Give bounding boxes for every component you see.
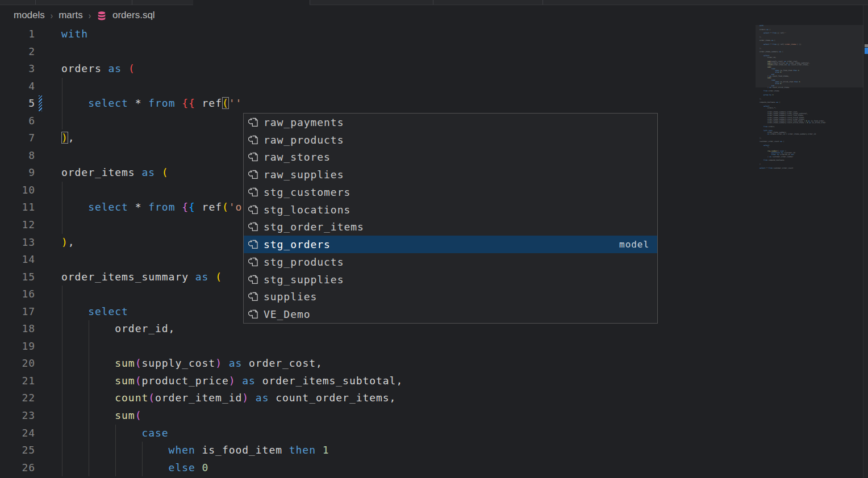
code-text: sum(: [61, 407, 141, 425]
vscode-editor-window: models › marts › orders.sql 1with23order…: [0, 0, 868, 478]
reference-icon: [248, 204, 260, 215]
modified-line-gutter-marker: [39, 95, 42, 111]
line-number: 12: [0, 216, 35, 234]
suggest-item-stg_locations[interactable]: stg_locations: [244, 201, 657, 219]
suggest-item-stg_products[interactable]: stg_products: [244, 253, 657, 271]
tab-separator: [542, 0, 543, 5]
line-number: 6: [0, 112, 35, 130]
line-number: 16: [0, 286, 35, 303]
suggest-item-supplies[interactable]: supplies: [244, 288, 657, 306]
line-number: 17: [0, 303, 35, 321]
suggest-item-detail: model: [619, 239, 649, 250]
indent-guide: [62, 78, 62, 95]
indent-guide: [62, 112, 62, 130]
suggest-item-stg_supplies[interactable]: stg_supplies: [244, 271, 657, 288]
code-line-26[interactable]: 26 else 0: [0, 459, 868, 477]
reference-icon: [248, 256, 260, 267]
suggest-item-raw_payments[interactable]: raw_payments: [244, 114, 657, 131]
code-line-19[interactable]: 19: [0, 338, 868, 355]
suggest-item-label: stg_products: [264, 256, 649, 268]
indent-guide: [62, 286, 62, 303]
code-text: order_id,: [61, 320, 175, 338]
line-number: 19: [0, 338, 35, 355]
code-text: order_items_summary as (: [61, 269, 222, 286]
tab-separator: [132, 0, 132, 5]
reference-icon: [248, 239, 260, 250]
line-number: 15: [0, 269, 35, 286]
reference-icon: [248, 309, 260, 320]
editor-tab-bar[interactable]: [0, 0, 868, 5]
database-icon: [97, 11, 107, 21]
overview-ruler[interactable]: [863, 5, 868, 478]
line-number: 3: [0, 60, 35, 78]
code-text: else 0: [61, 459, 208, 477]
active-tab[interactable]: [193, 0, 310, 5]
code-line-2[interactable]: 2: [0, 43, 868, 61]
code-line-4[interactable]: 4: [0, 78, 868, 95]
line-number: 5: [0, 95, 35, 112]
reference-icon: [248, 274, 260, 285]
reference-icon: [248, 221, 260, 233]
code-line-5[interactable]: 5 select * from {{ ref('': [0, 95, 868, 112]
suggest-item-label: stg_customers: [264, 186, 649, 198]
code-text: select: [61, 303, 128, 321]
line-number: 22: [0, 389, 35, 407]
indent-guide: [62, 216, 62, 234]
reference-icon: [248, 116, 260, 128]
code-text: case: [61, 425, 169, 442]
reference-icon: [248, 186, 260, 198]
code-text: with: [61, 26, 88, 43]
suggest-item-raw_stores[interactable]: raw_stores: [244, 149, 657, 166]
tab-separator: [310, 0, 310, 5]
suggest-item-stg_order_items[interactable]: stg_order_items: [244, 219, 657, 236]
suggest-item-raw_supplies[interactable]: raw_supplies: [244, 166, 657, 183]
suggest-list: raw_payments raw_products raw_stores raw…: [244, 114, 657, 323]
chevron-right-icon: ›: [51, 10, 53, 21]
suggest-item-label: supplies: [264, 291, 649, 303]
code-text: orders as (: [61, 60, 135, 78]
line-number: 4: [0, 78, 35, 95]
line-number: 23: [0, 407, 35, 425]
breadcrumb-item-marts[interactable]: marts: [59, 10, 83, 21]
line-number: 20: [0, 355, 35, 372]
autocomplete-dropdown[interactable]: raw_payments raw_products raw_stores raw…: [243, 113, 658, 324]
reference-icon: [248, 134, 260, 145]
code-line-24[interactable]: 24 case: [0, 425, 868, 442]
suggest-item-label: stg_supplies: [264, 274, 649, 286]
code-line-3[interactable]: 3orders as (: [0, 60, 868, 78]
suggest-item-label: stg_order_items: [264, 221, 649, 233]
reference-icon: [248, 291, 260, 303]
code-text: order_items as (: [61, 164, 169, 182]
code-text: ),: [61, 129, 75, 147]
code-line-25[interactable]: 25 when is_food_item then 1: [0, 442, 868, 459]
line-number: 10: [0, 182, 35, 199]
code-line-21[interactable]: 21 sum(product_price) as order_items_sub…: [0, 372, 868, 390]
overview-ruler-mark: [865, 44, 868, 47]
code-line-23[interactable]: 23 sum(: [0, 407, 868, 425]
line-number: 8: [0, 147, 35, 165]
tab-bottom-border: [0, 5, 193, 5]
code-text: ),: [61, 234, 75, 251]
code-text: sum(supply_cost) as order_cost,: [61, 355, 323, 372]
line-number: 14: [0, 251, 35, 269]
chevron-right-icon: ›: [89, 10, 91, 21]
line-number: 18: [0, 320, 35, 338]
breadcrumb-file-name[interactable]: orders.sql: [112, 10, 155, 21]
breadcrumb-item-models[interactable]: models: [14, 10, 45, 21]
suggest-item-stg_customers[interactable]: stg_customers: [244, 183, 657, 201]
suggest-item-label: raw_supplies: [264, 169, 649, 181]
line-number: 9: [0, 164, 35, 182]
suggest-item-raw_products[interactable]: raw_products: [244, 131, 657, 149]
code-line-1[interactable]: 1with: [0, 26, 868, 43]
tab-bottom-border: [310, 5, 868, 5]
suggest-item-VE_Demo[interactable]: VE_Demo: [244, 305, 657, 323]
suggest-item-stg_orders[interactable]: stg_ordersmodel: [244, 236, 657, 253]
code-line-22[interactable]: 22 count(order_item_id) as count_order_i…: [0, 389, 868, 407]
minimap-slider[interactable]: [756, 25, 863, 87]
line-number: 7: [0, 129, 35, 147]
reference-icon: [248, 152, 260, 163]
line-number: 13: [0, 234, 35, 251]
code-text: select * from {{ ref('': [61, 95, 242, 112]
suggest-item-label: raw_payments: [264, 116, 649, 128]
code-line-20[interactable]: 20 sum(supply_cost) as order_cost,: [0, 355, 868, 372]
